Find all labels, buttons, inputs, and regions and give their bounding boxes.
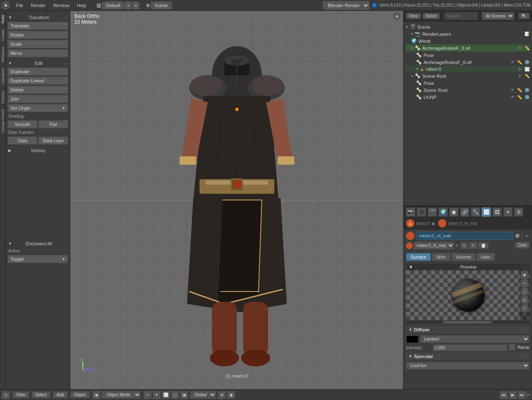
data-layo-button[interactable]: Data Layo [38,136,68,145]
tab-tools[interactable]: Tools [0,12,6,26]
props-layers-icon-btn[interactable]: ⬛ [417,207,426,217]
intensity-value[interactable] [433,344,507,351]
tree-item-scene-root-child[interactable]: 🦴 Scene Root 👁 ✏️ ⚙️ [405,86,530,94]
scale-button[interactable]: Scale [7,40,68,48]
vis-icon-4[interactable]: 👁 [510,88,515,92]
viewport-icon-3[interactable]: ⬜ [162,391,170,399]
mat-remove-btn[interactable]: × [469,242,477,249]
specular-section-header[interactable]: ▼ Specular ··· [406,353,530,360]
props-physics-icon-btn[interactable]: ⚙ [514,207,523,217]
props-constraints-icon-btn[interactable]: 🔗 [460,207,469,217]
tree-item-uunp[interactable]: 🦴 UUNP 👁 ✏️ ⚙️ [405,94,530,101]
props-scene-icon-btn[interactable]: 🎬 [428,207,437,217]
smooth-button[interactable]: Smooth [7,120,37,128]
menu-file[interactable]: File [12,2,27,9]
props-render-icon-btn[interactable]: 📷 [406,207,415,217]
viewport-icon-5[interactable]: ▣ [180,391,188,399]
cfg-icon-4[interactable]: ⚙️ [524,88,530,92]
preview-plane-btn[interactable]: ▪ [521,279,528,287]
sel-icon-4[interactable]: ✏️ [516,88,523,92]
specular-shader-select[interactable]: CookTorr [406,362,530,370]
duplicate-button[interactable]: Duplicate [7,67,68,76]
bottom-select-btn[interactable]: Select [32,391,51,398]
tab-wire[interactable]: Wire [432,253,451,261]
bottom-add-btn[interactable]: Add [53,391,68,398]
workspace-close[interactable]: × [133,2,139,9]
proportional-icon[interactable]: ◉ [227,391,235,399]
delete-button[interactable]: Delete [7,86,68,94]
viewport[interactable]: Back Ortho 10 Meters ⊕ [70,11,403,389]
diffuse-shader-select[interactable]: Lambert [420,335,530,343]
tab-volume[interactable]: Volume [451,253,476,261]
preview-scrollbar[interactable] [406,321,530,323]
preview-scroll-thumb[interactable] [443,321,493,323]
mirror-button[interactable]: Mirror [7,49,68,57]
translate-button[interactable]: Translate [7,22,68,30]
tree-item-robes0[interactable]: ▼ ▲ robes:0 👁 ⬜ [405,66,530,72]
props-particles-icon-btn[interactable]: ✦ [503,207,512,217]
outliner-scope-select[interactable]: All Scenes [482,12,514,20]
preview-hair-btn[interactable]: ≡ [521,304,528,312]
preview-monkey-btn[interactable]: ◎ [521,296,528,304]
viewport-icon-1[interactable]: + [143,391,152,399]
props-material-icon-btn[interactable]: ⬜ [482,207,491,217]
render-icon-1[interactable]: ✏️ [524,46,530,50]
viewport-corner-button[interactable]: ⊕ [393,12,401,20]
workspace-add[interactable]: + [125,2,131,9]
tree-item-world[interactable]: 🌍 World [405,37,530,44]
vis-icon-2[interactable]: 👁 [510,60,515,64]
mat-datablock-select[interactable]: robes:0_nt_mat [414,242,454,249]
sel-icon-5[interactable]: ✏️ [516,95,523,99]
material-name-field[interactable] [416,232,513,240]
vis-icon-5[interactable]: 👁 [510,95,515,99]
bottom-view-btn[interactable]: View [12,391,29,398]
tree-item-renderlayers[interactable]: ▼ 📷 RenderLayers 📝 [405,30,530,37]
set-origin-select[interactable]: Set Origin ▼ [7,104,68,112]
tab-animation[interactable]: Animation [0,66,6,87]
outliner-view-btn[interactable]: View [406,13,421,19]
cfg-icon-2[interactable]: ⚙️ [524,60,530,64]
ramp-checkbox[interactable] [509,344,515,350]
sel-icon-robes[interactable]: ⬜ [524,67,530,72]
props-world-icon-btn[interactable]: 🌍 [438,207,448,217]
renderlayers-edit-icon[interactable]: 📝 [524,32,530,36]
tab-relations[interactable]: Relations [0,44,6,65]
tree-item-pose-2[interactable]: 🦴 Pose [405,79,530,86]
frame-icon[interactable]: ⏭ [518,391,526,399]
tab-physics[interactable]: Physics [0,88,6,106]
bottom-object-btn[interactable]: Object [70,391,90,398]
tree-item-pose-1[interactable]: 🦴 Pose [405,52,530,59]
diffuse-section-header[interactable]: ▼ Diffuse ··· [406,326,530,333]
search-icon-btn[interactable]: 🔍 [519,13,530,19]
menu-help[interactable]: Help [74,2,90,9]
vis-icon-robes[interactable]: 👁 [517,67,523,72]
mat-add-btn[interactable]: + [460,242,468,249]
preview-cube-btn[interactable]: ◻ [521,288,528,295]
cfg-icon-5[interactable]: ⚙️ [524,95,530,99]
tree-item-scene-root[interactable]: ▼ 🦴 Scene Root 👁 ✏️ [405,72,530,79]
duplicate-linked-button[interactable]: Duplicate Linked [7,77,68,85]
mode-icon[interactable]: ◉ [92,391,101,399]
mat-copy-btn[interactable]: 📋 [478,242,489,249]
play-icon[interactable]: ▶ [509,391,517,399]
tab-halo[interactable]: Halo [476,253,495,261]
menu-render[interactable]: Render [27,2,49,9]
data-btn-right[interactable]: Data [515,242,530,249]
join-button[interactable]: Join [7,95,68,103]
flat-button[interactable]: Flat [38,120,68,128]
tree-item-scene[interactable]: ▼ 🎬 Scene [405,23,530,30]
toggle-select[interactable]: Toggle ▼ [7,255,68,263]
tab-create[interactable]: Create [0,27,6,43]
tree-item-archmage-nif[interactable]: ▼ 🦴 ArchmageRobesF_0.nif 👁 ✏️ [405,44,530,52]
visibility-icon-1[interactable]: 👁 [517,46,523,50]
tab-grease-pencil[interactable]: Grease Pencil [0,107,6,136]
workspace-select[interactable]: Default [102,2,124,9]
bottom-logo-icon[interactable]: ⊙ [2,391,10,399]
mode-select[interactable]: Object Mode [101,391,141,399]
tab-surface[interactable]: Surface [406,253,431,261]
diffuse-color-swatch[interactable] [406,336,419,343]
outliner-search[interactable] [444,12,478,20]
snap-icon[interactable]: ⊕ [218,391,226,399]
viewport-icon-4[interactable]: ◻ [171,391,179,399]
global-select[interactable]: Global [190,391,216,399]
